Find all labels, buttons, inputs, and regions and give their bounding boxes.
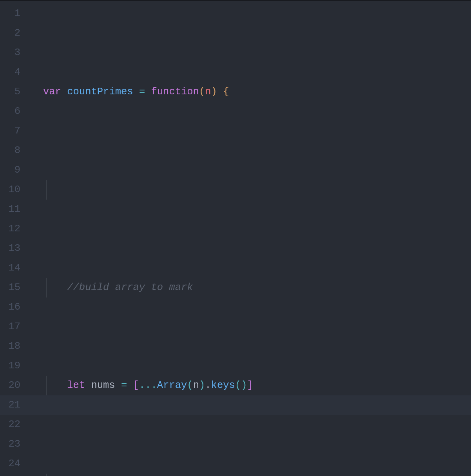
line-number: 20 bbox=[0, 376, 31, 395]
line-number: 19 bbox=[0, 356, 31, 376]
line-number: 16 bbox=[0, 298, 31, 317]
line-number: 22 bbox=[0, 415, 31, 435]
code-line[interactable]: //build array to mark bbox=[43, 278, 471, 298]
line-number: 9 bbox=[0, 160, 31, 180]
method-keys: keys bbox=[211, 380, 235, 391]
line-number: 2 bbox=[0, 23, 31, 43]
paren-open: ( bbox=[187, 380, 193, 391]
line-number: 12 bbox=[0, 219, 31, 239]
bracket-open: [ bbox=[133, 380, 139, 391]
line-number-gutter: 1 2 3 4 5 6 7 8 9 10 11 12 13 14 15 16 1… bbox=[0, 1, 31, 476]
line-number: 5 bbox=[0, 82, 31, 102]
paren-close: ) bbox=[199, 380, 205, 391]
ident-Array: Array bbox=[157, 380, 187, 391]
keyword-let: let bbox=[67, 380, 85, 391]
line-number: 1 bbox=[0, 4, 31, 23]
line-number: 14 bbox=[0, 258, 31, 278]
line-number: 17 bbox=[0, 317, 31, 337]
line-number: 7 bbox=[0, 121, 31, 141]
dot: . bbox=[205, 380, 211, 391]
ident-nums: nums bbox=[91, 380, 115, 391]
code-line[interactable]: var countPrimes = function(n) { bbox=[43, 82, 471, 102]
code-line[interactable]: let nums = [...Array(n).keys()] bbox=[43, 376, 471, 395]
line-number: 23 bbox=[0, 435, 31, 454]
line-number: 10 bbox=[0, 180, 31, 200]
line-number: 21 bbox=[0, 395, 31, 415]
paren-open: ( bbox=[235, 380, 241, 391]
line-number: 15 bbox=[0, 278, 31, 298]
paren-close: ) bbox=[241, 380, 247, 391]
line-number: 8 bbox=[0, 141, 31, 160]
op-eq: = bbox=[139, 86, 145, 97]
keyword-function: function bbox=[151, 86, 199, 97]
keyword-var: var bbox=[43, 86, 61, 97]
line-number: 3 bbox=[0, 43, 31, 63]
code-line[interactable] bbox=[43, 180, 471, 200]
brace-open: { bbox=[223, 86, 229, 97]
code-editor[interactable]: 1 2 3 4 5 6 7 8 9 10 11 12 13 14 15 16 1… bbox=[0, 1, 471, 476]
ident-countPrimes: countPrimes bbox=[67, 86, 133, 97]
line-number: 6 bbox=[0, 102, 31, 121]
comment: //build array to mark bbox=[67, 282, 193, 293]
line-number: 11 bbox=[0, 200, 31, 219]
paren-close: ) bbox=[211, 86, 217, 97]
op-eq: = bbox=[121, 380, 127, 391]
code-area[interactable]: var countPrimes = function(n) { //build … bbox=[31, 1, 471, 476]
line-number: 24 bbox=[0, 454, 31, 474]
ident-n: n bbox=[193, 380, 199, 391]
bracket-close: ] bbox=[247, 380, 253, 391]
line-number: 18 bbox=[0, 337, 31, 356]
param-n: n bbox=[205, 86, 211, 97]
line-number: 13 bbox=[0, 239, 31, 258]
code-line[interactable] bbox=[43, 474, 471, 476]
op-spread: ... bbox=[139, 380, 157, 391]
paren-open: ( bbox=[199, 86, 205, 97]
line-number: 4 bbox=[0, 63, 31, 82]
